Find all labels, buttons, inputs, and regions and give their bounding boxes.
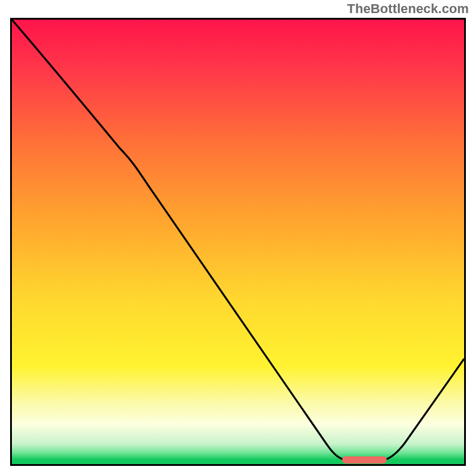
sweet-spot-marker (12, 20, 464, 464)
svg-rect-1 (342, 456, 387, 464)
watermark-text: TheBottleneck.com (347, 1, 469, 17)
chart-container (10, 18, 466, 466)
